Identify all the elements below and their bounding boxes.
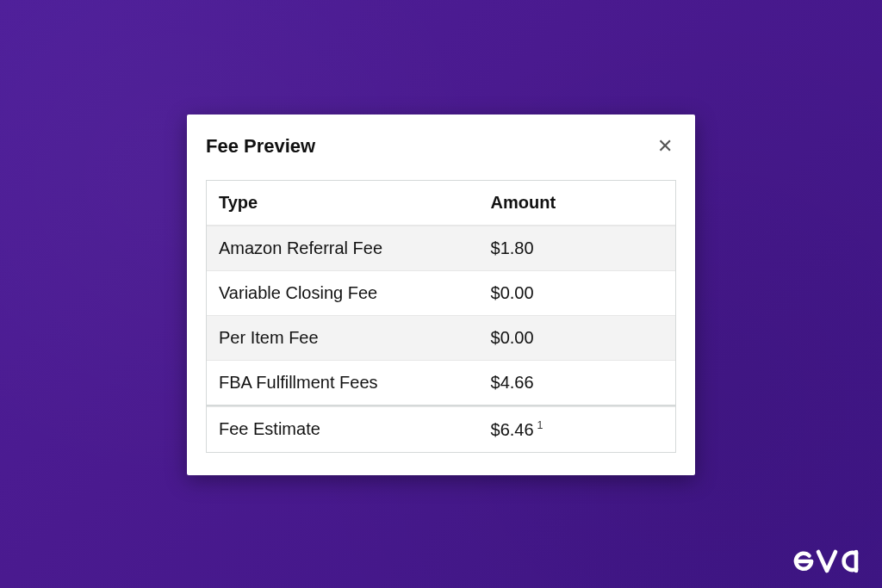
- fee-amount-value: $4.66: [479, 360, 675, 405]
- table-row-estimate: Fee Estimate $6.461: [207, 406, 675, 452]
- eva-logo-icon: [792, 543, 866, 578]
- fee-estimate-amount: $6.46: [491, 420, 534, 439]
- table-row: Per Item Fee $0.00: [207, 315, 675, 360]
- brand-logo: [792, 543, 866, 578]
- fee-amount-value: $0.00: [479, 270, 675, 315]
- fee-type-label: Variable Closing Fee: [207, 270, 479, 315]
- modal-header: Fee Preview ✕: [206, 135, 676, 158]
- fee-estimate-value: $6.461: [479, 406, 675, 452]
- close-icon[interactable]: ✕: [654, 135, 676, 158]
- footnote-marker: 1: [537, 419, 543, 431]
- table-header-row: Type Amount: [207, 181, 675, 226]
- modal-title: Fee Preview: [206, 135, 315, 158]
- table-row: Variable Closing Fee $0.00: [207, 270, 675, 315]
- fee-table: Type Amount Amazon Referral Fee $1.80 Va…: [206, 180, 676, 453]
- fee-type-label: Per Item Fee: [207, 315, 479, 360]
- fee-type-label: FBA Fulfillment Fees: [207, 360, 479, 405]
- table-row-subtotal: FBA Fulfillment Fees $4.66: [207, 360, 675, 405]
- table-row: Amazon Referral Fee $1.80: [207, 226, 675, 270]
- fee-type-label: Amazon Referral Fee: [207, 226, 479, 270]
- fee-preview-modal: Fee Preview ✕ Type Amount Amazon Referra…: [187, 115, 695, 475]
- column-header-type: Type: [207, 181, 479, 226]
- column-header-amount: Amount: [479, 181, 675, 226]
- fee-amount-value: $0.00: [479, 315, 675, 360]
- fee-estimate-label: Fee Estimate: [207, 406, 479, 452]
- fee-amount-value: $1.80: [479, 226, 675, 270]
